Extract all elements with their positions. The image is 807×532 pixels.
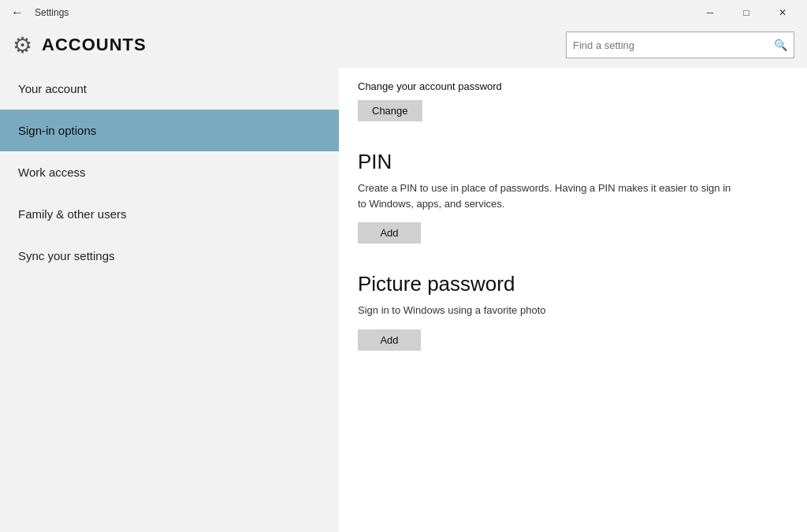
picture-password-title: Picture password (358, 272, 788, 296)
change-password-button[interactable]: Change (358, 100, 422, 121)
pin-description: Create a PIN to use in place of password… (358, 180, 736, 211)
close-button[interactable]: ✕ (764, 0, 801, 25)
search-box: 🔍 (566, 32, 794, 58)
sidebar: Your account Sign-in options Work access… (0, 68, 339, 532)
password-label: Change your account password (358, 80, 788, 92)
picture-password-section: Picture password Sign in to Windows usin… (358, 272, 788, 370)
maximize-button[interactable]: □ (728, 0, 764, 25)
search-icon: 🔍 (768, 39, 794, 51)
password-section: Change your account password Change (358, 80, 788, 140)
sidebar-item-work-access[interactable]: Work access (0, 151, 339, 193)
pin-title: PIN (358, 150, 788, 174)
header: ⚙ ACCOUNTS 🔍 (0, 25, 807, 68)
search-input[interactable] (567, 39, 768, 51)
pin-section: PIN Create a PIN to use in place of pass… (358, 150, 788, 262)
window-title-text: Settings (35, 7, 69, 18)
header-left: ⚙ ACCOUNTS (13, 32, 147, 58)
gear-icon: ⚙ (13, 32, 32, 58)
title-bar-left: ← Settings (6, 2, 692, 23)
settings-window: ← Settings ─ □ ✕ ⚙ ACCOUNTS 🔍 Your accou… (0, 0, 807, 532)
window-controls: ─ □ ✕ (692, 0, 801, 25)
title-bar: ← Settings ─ □ ✕ (0, 0, 807, 25)
sidebar-item-signin-options[interactable]: Sign-in options (0, 110, 339, 151)
sidebar-item-family-users[interactable]: Family & other users (0, 193, 339, 235)
content-area: Your account Sign-in options Work access… (0, 68, 807, 532)
back-button[interactable]: ← (6, 2, 28, 23)
sidebar-item-your-account[interactable]: Your account (0, 68, 339, 110)
minimize-button[interactable]: ─ (692, 0, 728, 25)
add-pin-button[interactable]: Add (358, 222, 421, 244)
header-title: ACCOUNTS (42, 35, 147, 55)
sidebar-item-sync-settings[interactable]: Sync your settings (0, 235, 339, 277)
main-content: Change your account password Change PIN … (339, 68, 807, 532)
picture-password-description: Sign in to Windows using a favorite phot… (358, 303, 736, 318)
add-picture-password-button[interactable]: Add (358, 329, 421, 351)
